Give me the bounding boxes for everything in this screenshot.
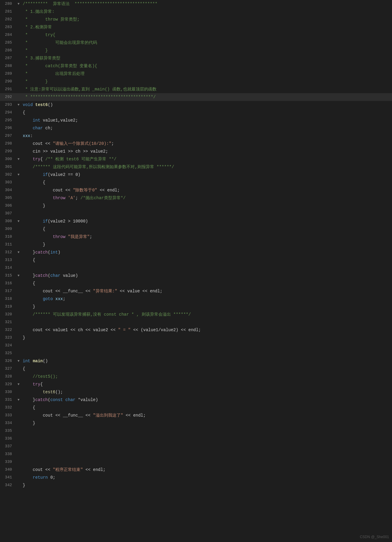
code-token-plain: cout << value1 << ch << value2 << xyxy=(23,328,118,332)
code-token-plain xyxy=(23,157,33,162)
fold-arrow[interactable] xyxy=(16,124,22,132)
fold-arrow[interactable] xyxy=(16,241,22,248)
fold-arrow[interactable] xyxy=(16,202,22,210)
fold-arrow[interactable] xyxy=(16,194,22,202)
fold-arrow[interactable] xyxy=(16,326,22,334)
code-line: 320 /****** 可以发现该异常捕获,没有 const char * , … xyxy=(0,311,392,318)
fold-arrow[interactable] xyxy=(16,210,22,217)
fold-arrow[interactable] xyxy=(16,388,22,396)
line-number: 340 xyxy=(0,466,16,474)
fold-arrow[interactable] xyxy=(16,450,22,458)
fold-arrow[interactable] xyxy=(16,264,22,272)
fold-arrow[interactable] xyxy=(16,287,22,295)
fold-arrow[interactable]: ▼ xyxy=(16,396,22,404)
code-line: 290 * } xyxy=(0,78,392,85)
code-token-plain: } xyxy=(23,483,25,488)
fold-arrow[interactable] xyxy=(16,458,22,466)
code-token-plain xyxy=(30,359,33,363)
code-token-comment: /****** 可以发现该异常捕获,没有 const char * , 则该异常… xyxy=(33,312,191,317)
line-number: 341 xyxy=(0,474,16,481)
fold-arrow[interactable] xyxy=(16,85,22,93)
fold-arrow[interactable] xyxy=(16,342,22,349)
fold-arrow[interactable] xyxy=(16,466,22,474)
fold-arrow[interactable] xyxy=(16,365,22,373)
fold-arrow[interactable] xyxy=(16,62,22,70)
code-token-bold-fn: test6 xyxy=(35,102,48,107)
fold-arrow[interactable] xyxy=(16,8,22,16)
fold-arrow[interactable] xyxy=(16,23,22,31)
fold-arrow[interactable] xyxy=(16,256,22,264)
fold-arrow[interactable] xyxy=(16,295,22,303)
fold-arrow[interactable] xyxy=(16,404,22,412)
fold-arrow[interactable] xyxy=(16,280,22,287)
code-content: { xyxy=(22,404,392,412)
code-token-comment: //test5(); xyxy=(33,374,58,379)
fold-arrow[interactable] xyxy=(16,47,22,54)
fold-arrow[interactable] xyxy=(16,70,22,78)
fold-arrow[interactable] xyxy=(16,93,22,101)
code-token-plain xyxy=(33,102,35,107)
code-token-plain: << value << endl; xyxy=(117,289,162,294)
code-token-comment: * try{ xyxy=(23,33,55,37)
line-number: 342 xyxy=(0,481,16,489)
fold-arrow[interactable] xyxy=(16,481,22,489)
fold-arrow[interactable] xyxy=(16,140,22,148)
fold-arrow[interactable] xyxy=(16,78,22,85)
fold-arrow[interactable]: ▼ xyxy=(16,380,22,388)
fold-arrow[interactable] xyxy=(16,186,22,194)
fold-arrow[interactable] xyxy=(16,116,22,124)
code-token-plain: << endl; xyxy=(97,188,120,193)
line-number: 338 xyxy=(0,450,16,458)
fold-arrow[interactable] xyxy=(16,109,22,116)
code-token-kw: int xyxy=(23,359,30,363)
code-token-plain: { xyxy=(23,258,35,262)
fold-arrow[interactable]: ▼ xyxy=(16,272,22,280)
fold-arrow[interactable]: ▼ xyxy=(16,155,22,163)
code-token-plain: { xyxy=(23,180,45,185)
line-number: 330 xyxy=(0,388,16,396)
fold-arrow[interactable] xyxy=(16,318,22,326)
fold-arrow[interactable] xyxy=(16,225,22,233)
fold-arrow[interactable]: ▼ xyxy=(16,101,22,109)
fold-arrow[interactable] xyxy=(16,16,22,23)
fold-arrow[interactable] xyxy=(16,54,22,62)
fold-arrow[interactable]: ▼ xyxy=(16,357,22,365)
fold-arrow[interactable] xyxy=(16,435,22,443)
line-number: 337 xyxy=(0,443,16,450)
fold-arrow[interactable] xyxy=(16,179,22,186)
fold-arrow[interactable] xyxy=(16,303,22,311)
code-line: 287 * 3.捕获异常类型 xyxy=(0,54,392,62)
fold-arrow[interactable] xyxy=(16,427,22,435)
fold-arrow[interactable]: ▼ xyxy=(16,217,22,225)
fold-arrow[interactable] xyxy=(16,349,22,357)
fold-arrow[interactable] xyxy=(16,163,22,171)
fold-arrow[interactable] xyxy=(16,148,22,155)
code-token-plain: { xyxy=(23,227,45,231)
fold-arrow[interactable] xyxy=(16,233,22,241)
fold-arrow[interactable]: ▼ xyxy=(16,0,22,8)
fold-arrow[interactable]: ▼ xyxy=(16,248,22,256)
fold-arrow[interactable]: ▼ xyxy=(16,171,22,179)
code-line: 321 xyxy=(0,318,392,326)
code-line: 334 } xyxy=(0,419,392,427)
line-number: 301 xyxy=(0,163,16,171)
fold-arrow[interactable] xyxy=(16,419,22,427)
fold-arrow[interactable] xyxy=(16,311,22,318)
code-line: 315▼ }catch(char value) xyxy=(0,272,392,280)
line-number: 339 xyxy=(0,458,16,466)
fold-arrow[interactable] xyxy=(16,443,22,450)
fold-arrow[interactable] xyxy=(16,412,22,419)
code-token-plain xyxy=(23,312,33,317)
line-number: 336 xyxy=(0,435,16,443)
fold-arrow[interactable] xyxy=(16,39,22,47)
code-token-plain: { xyxy=(40,157,45,162)
fold-arrow[interactable] xyxy=(16,373,22,380)
fold-arrow[interactable] xyxy=(16,334,22,342)
code-token-kw2: catch xyxy=(35,273,48,278)
code-token-comment: * 1.抛出异常: xyxy=(23,9,54,14)
fold-arrow[interactable] xyxy=(16,31,22,39)
code-token-plain: ch; xyxy=(43,126,53,130)
fold-arrow[interactable] xyxy=(16,474,22,481)
fold-arrow[interactable] xyxy=(16,132,22,140)
code-token-plain: { xyxy=(23,281,35,286)
